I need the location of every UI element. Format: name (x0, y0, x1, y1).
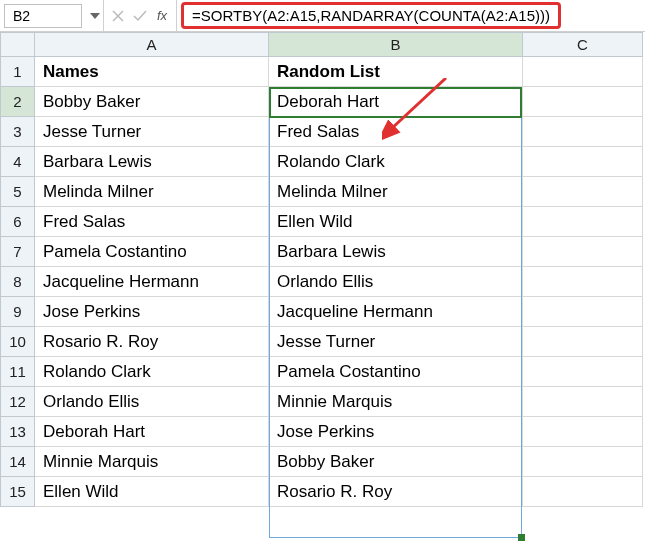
confirm-icon[interactable] (130, 6, 150, 26)
cell-B14[interactable]: Bobby Baker (269, 447, 523, 477)
cell-C14[interactable] (523, 447, 643, 477)
col-header-B[interactable]: B (269, 33, 523, 57)
row-header[interactable]: 12 (1, 387, 35, 417)
cell-C13[interactable] (523, 417, 643, 447)
cell-C15[interactable] (523, 477, 643, 507)
cell-B4[interactable]: Rolando Clark (269, 147, 523, 177)
row-header[interactable]: 8 (1, 267, 35, 297)
cell-A4[interactable]: Barbara Lewis (35, 147, 269, 177)
cell-B7[interactable]: Barbara Lewis (269, 237, 523, 267)
fill-handle[interactable] (518, 534, 525, 541)
row-header[interactable]: 9 (1, 297, 35, 327)
select-all-corner[interactable] (1, 33, 35, 57)
row-header[interactable]: 11 (1, 357, 35, 387)
cell-A7[interactable]: Pamela Costantino (35, 237, 269, 267)
cell-A14[interactable]: Minnie Marquis (35, 447, 269, 477)
cell-B9[interactable]: Jacqueline Hermann (269, 297, 523, 327)
cell-C3[interactable] (523, 117, 643, 147)
cell-C12[interactable] (523, 387, 643, 417)
col-header-C[interactable]: C (523, 33, 643, 57)
formula-bar: B2 fx =SORTBY(A2:A15,RANDARRAY(COUNTA(A2… (0, 0, 645, 32)
cell-C10[interactable] (523, 327, 643, 357)
cell-C11[interactable] (523, 357, 643, 387)
cell-A11[interactable]: Rolando Clark (35, 357, 269, 387)
cell-B1[interactable]: Random List (269, 57, 523, 87)
row-header[interactable]: 13 (1, 417, 35, 447)
row-header[interactable]: 6 (1, 207, 35, 237)
cell-A6[interactable]: Fred Salas (35, 207, 269, 237)
cell-B12[interactable]: Minnie Marquis (269, 387, 523, 417)
cell-A15[interactable]: Ellen Wild (35, 477, 269, 507)
cell-A12[interactable]: Orlando Ellis (35, 387, 269, 417)
cell-B8[interactable]: Orlando Ellis (269, 267, 523, 297)
cell-A3[interactable]: Jesse Turner (35, 117, 269, 147)
row-header[interactable]: 7 (1, 237, 35, 267)
name-box-dropdown[interactable] (86, 0, 104, 31)
formula-content: =SORTBY(A2:A15,RANDARRAY(COUNTA(A2:A15))… (181, 2, 561, 29)
cell-B15[interactable]: Rosario R. Roy (269, 477, 523, 507)
cell-B6[interactable]: Ellen Wild (269, 207, 523, 237)
cell-C4[interactable] (523, 147, 643, 177)
row-header[interactable]: 4 (1, 147, 35, 177)
cell-B2[interactable]: Deborah Hart (269, 87, 523, 117)
cell-B5[interactable]: Melinda Milner (269, 177, 523, 207)
fx-icon[interactable]: fx (152, 6, 172, 26)
cell-B3[interactable]: Fred Salas (269, 117, 523, 147)
cell-C7[interactable] (523, 237, 643, 267)
sheet-table: A B C 1NamesRandom List2Bobby BakerDebor… (0, 32, 643, 507)
cell-B10[interactable]: Jesse Turner (269, 327, 523, 357)
cell-C1[interactable] (523, 57, 643, 87)
cell-C8[interactable] (523, 267, 643, 297)
formula-bar-tools: fx (104, 0, 177, 31)
row-header[interactable]: 15 (1, 477, 35, 507)
row-header[interactable]: 3 (1, 117, 35, 147)
formula-input-area[interactable]: =SORTBY(A2:A15,RANDARRAY(COUNTA(A2:A15))… (177, 0, 645, 31)
cell-C2[interactable] (523, 87, 643, 117)
cell-A9[interactable]: Jose Perkins (35, 297, 269, 327)
row-header[interactable]: 1 (1, 57, 35, 87)
cell-A2[interactable]: Bobby Baker (35, 87, 269, 117)
col-header-A[interactable]: A (35, 33, 269, 57)
cell-B13[interactable]: Jose Perkins (269, 417, 523, 447)
row-header[interactable]: 5 (1, 177, 35, 207)
cell-A5[interactable]: Melinda Milner (35, 177, 269, 207)
row-header[interactable]: 2 (1, 87, 35, 117)
cell-C9[interactable] (523, 297, 643, 327)
cancel-icon[interactable] (108, 6, 128, 26)
spreadsheet-grid: A B C 1NamesRandom List2Bobby BakerDebor… (0, 32, 645, 507)
cell-B11[interactable]: Pamela Costantino (269, 357, 523, 387)
cell-A10[interactable]: Rosario R. Roy (35, 327, 269, 357)
row-header[interactable]: 14 (1, 447, 35, 477)
cell-A8[interactable]: Jacqueline Hermann (35, 267, 269, 297)
cell-A13[interactable]: Deborah Hart (35, 417, 269, 447)
name-box[interactable]: B2 (4, 4, 82, 28)
cell-A1[interactable]: Names (35, 57, 269, 87)
cell-C6[interactable] (523, 207, 643, 237)
cell-C5[interactable] (523, 177, 643, 207)
row-header[interactable]: 10 (1, 327, 35, 357)
